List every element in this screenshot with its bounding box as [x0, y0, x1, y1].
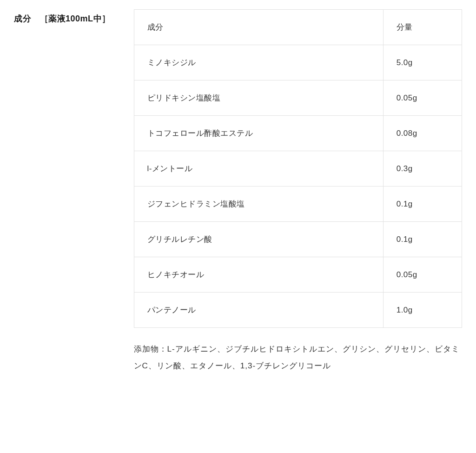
additives-text: 添加物：L-アルギニン、ジブチルヒドロキシトルエン、グリシン、グリセリン、ビタミ…: [134, 341, 462, 374]
cell-ingredient: l-メントール: [134, 151, 383, 187]
cell-ingredient: トコフェロール酢酸エステル: [134, 116, 383, 151]
table-row: ジフェンヒドラミン塩酸塩 0.1g: [134, 187, 462, 222]
header-ingredient: 成分: [134, 10, 383, 45]
cell-amount: 0.08g: [383, 116, 462, 151]
cell-ingredient: ヒノキチオール: [134, 257, 383, 293]
table-header-row: 成分 分量: [134, 10, 462, 45]
cell-amount: 5.0g: [383, 45, 462, 80]
section-title: 成分 ［薬液100mL中］: [14, 9, 111, 374]
cell-ingredient: ジフェンヒドラミン塩酸塩: [134, 187, 383, 222]
cell-amount: 0.05g: [383, 257, 462, 293]
table-row: パンテノール 1.0g: [134, 293, 462, 328]
table-row: トコフェロール酢酸エステル 0.08g: [134, 116, 462, 151]
cell-ingredient: パンテノール: [134, 293, 383, 328]
cell-amount: 0.1g: [383, 222, 462, 257]
ingredients-content: 成分 分量 ミノキシジル 5.0g ピリドキシン塩酸塩 0.05g トコフェロー…: [134, 9, 462, 374]
table-row: ヒノキチオール 0.05g: [134, 257, 462, 293]
cell-ingredient: グリチルレチン酸: [134, 222, 383, 257]
cell-amount: 1.0g: [383, 293, 462, 328]
cell-ingredient: ミノキシジル: [134, 45, 383, 80]
ingredients-section: 成分 ［薬液100mL中］ 成分 分量 ミノキシジル 5.0g ピリドキシン塩酸…: [14, 9, 462, 374]
table-row: ピリドキシン塩酸塩 0.05g: [134, 80, 462, 116]
cell-amount: 0.05g: [383, 80, 462, 116]
cell-amount: 0.1g: [383, 187, 462, 222]
cell-ingredient: ピリドキシン塩酸塩: [134, 80, 383, 116]
table-row: ミノキシジル 5.0g: [134, 45, 462, 80]
ingredients-table: 成分 分量 ミノキシジル 5.0g ピリドキシン塩酸塩 0.05g トコフェロー…: [134, 9, 462, 328]
table-row: l-メントール 0.3g: [134, 151, 462, 187]
header-amount: 分量: [383, 10, 462, 45]
cell-amount: 0.3g: [383, 151, 462, 187]
table-row: グリチルレチン酸 0.1g: [134, 222, 462, 257]
